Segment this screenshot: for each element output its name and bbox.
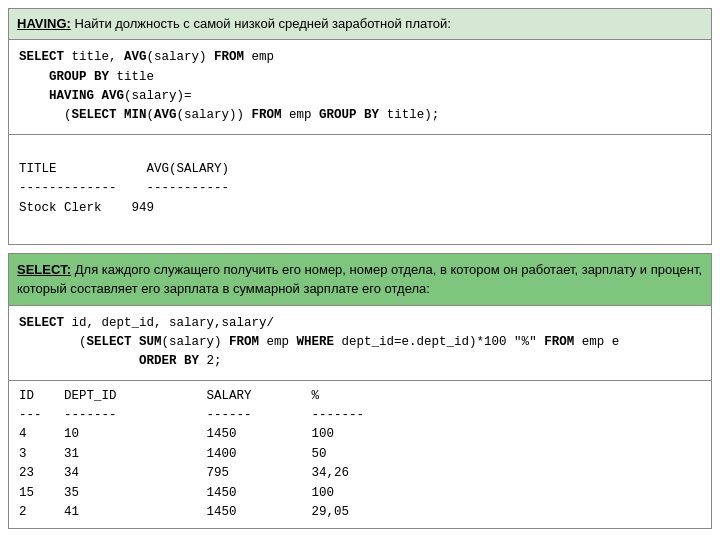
select-code: SELECT id, dept_id, salary,salary/ (SELE… bbox=[8, 306, 712, 381]
having-result: TITLE AVG(SALARY) ------------- --------… bbox=[8, 135, 712, 245]
having-section: HAVING: Найти должность с самой низкой с… bbox=[8, 8, 712, 245]
having-code: SELECT title, AVG(salary) FROM emp GROUP… bbox=[8, 40, 712, 135]
having-result-header: TITLE AVG(SALARY) ------------- --------… bbox=[19, 162, 229, 215]
select-header: SELECT: Для каждого служащего получить е… bbox=[8, 253, 712, 306]
having-label: HAVING: bbox=[17, 16, 71, 31]
select-label: SELECT: bbox=[17, 262, 71, 277]
select-section: SELECT: Для каждого служащего получить е… bbox=[8, 253, 712, 530]
having-header: HAVING: Найти должность с самой низкой с… bbox=[8, 8, 712, 40]
select-result: ID DEPT_ID SALARY % --- ------- ------ -… bbox=[8, 381, 712, 530]
having-header-text: Найти должность с самой низкой средней з… bbox=[71, 16, 451, 31]
select-header-text: Для каждого служащего получить его номер… bbox=[17, 262, 702, 297]
